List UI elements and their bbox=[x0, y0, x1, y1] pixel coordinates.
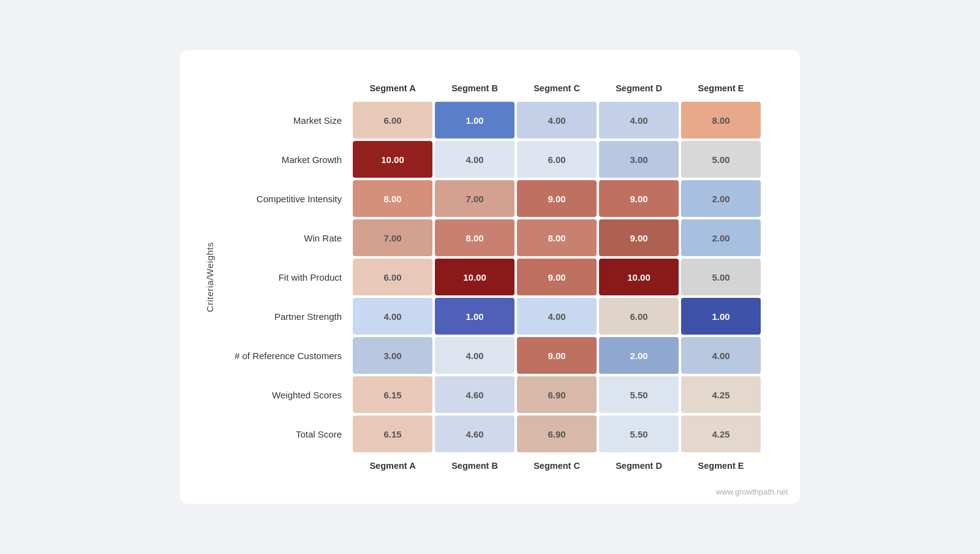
cell-2-1: 7.00 bbox=[435, 180, 514, 217]
row-label-1: Market Growth bbox=[228, 141, 350, 178]
cell-1-1: 4.00 bbox=[435, 141, 514, 178]
cell-8-2: 6.90 bbox=[517, 416, 597, 452]
row-label-4: Fit with Product bbox=[228, 259, 350, 295]
cell-5-1: 1.00 bbox=[435, 298, 514, 335]
cell-6-0: 3.00 bbox=[353, 337, 432, 374]
header-segment-a: Segment A bbox=[353, 77, 432, 99]
chart-container: Criteria/Weights Segment ASegment BSegme… bbox=[180, 50, 800, 504]
header-segment-b: Segment B bbox=[435, 77, 514, 99]
heatmap-table: Segment ASegment BSegment CSegment DSegm… bbox=[226, 75, 763, 479]
row-label-6: # of Reference Customers bbox=[228, 337, 350, 374]
row-label-7: Weighted Scores bbox=[228, 376, 350, 413]
cell-2-2: 9.00 bbox=[517, 180, 597, 217]
cell-3-2: 8.00 bbox=[517, 219, 597, 256]
cell-0-2: 4.00 bbox=[517, 102, 597, 138]
cell-1-0: 10.00 bbox=[353, 141, 432, 178]
header-row: Segment ASegment BSegment CSegment DSegm… bbox=[228, 77, 761, 99]
cell-4-1: 10.00 bbox=[435, 259, 514, 295]
cell-3-0: 7.00 bbox=[353, 219, 432, 256]
footer-empty bbox=[228, 455, 350, 477]
cell-3-4: 2.00 bbox=[681, 219, 761, 256]
cell-4-4: 5.00 bbox=[681, 259, 761, 295]
cell-8-4: 4.25 bbox=[681, 416, 761, 452]
cell-7-3: 5.50 bbox=[599, 376, 679, 413]
cell-5-0: 4.00 bbox=[353, 298, 432, 335]
cell-5-4: 1.00 bbox=[681, 298, 761, 335]
cell-4-3: 10.00 bbox=[599, 259, 679, 295]
header-segment-d: Segment D bbox=[599, 77, 679, 99]
watermark: www.growthpath.net bbox=[716, 487, 788, 496]
row-label-2: Competitive Intensity bbox=[228, 180, 350, 217]
table-row: Partner Strength4.001.004.006.001.00 bbox=[228, 298, 761, 335]
table-row: Win Rate7.008.008.009.002.00 bbox=[228, 219, 761, 256]
table-row: Fit with Product6.0010.009.0010.005.00 bbox=[228, 259, 761, 295]
cell-7-4: 4.25 bbox=[681, 376, 761, 413]
cell-5-3: 6.00 bbox=[599, 298, 679, 335]
table-row: Market Size6.001.004.004.008.00 bbox=[228, 102, 761, 138]
footer-row: Segment ASegment BSegment CSegment DSegm… bbox=[228, 455, 761, 477]
cell-7-0: 6.15 bbox=[353, 376, 432, 413]
header-segment-c: Segment C bbox=[517, 77, 597, 99]
cell-8-1: 4.60 bbox=[435, 416, 514, 452]
table-row: # of Reference Customers3.004.009.002.00… bbox=[228, 337, 761, 374]
row-label-5: Partner Strength bbox=[228, 298, 350, 335]
header-segment-e: Segment E bbox=[681, 77, 761, 99]
table-row: Total Score6.154.606.905.504.25 bbox=[228, 416, 761, 452]
cell-0-0: 6.00 bbox=[353, 102, 432, 138]
table-row: Market Growth10.004.006.003.005.00 bbox=[228, 141, 761, 178]
cell-4-2: 9.00 bbox=[517, 259, 597, 295]
footer-segment-b: Segment B bbox=[435, 455, 514, 477]
footer-segment-c: Segment C bbox=[517, 455, 597, 477]
cell-8-3: 5.50 bbox=[599, 416, 679, 452]
cell-3-1: 8.00 bbox=[435, 219, 514, 256]
footer-segment-e: Segment E bbox=[681, 455, 761, 477]
row-label-8: Total Score bbox=[228, 416, 350, 452]
header-empty bbox=[228, 77, 350, 99]
footer-segment-a: Segment A bbox=[353, 455, 432, 477]
cell-1-2: 6.00 bbox=[517, 141, 597, 178]
cell-1-4: 5.00 bbox=[681, 141, 761, 178]
row-label-0: Market Size bbox=[228, 102, 350, 138]
cell-6-2: 9.00 bbox=[517, 337, 597, 374]
cell-2-4: 2.00 bbox=[681, 180, 761, 217]
cell-7-1: 4.60 bbox=[435, 376, 514, 413]
cell-2-3: 9.00 bbox=[599, 180, 679, 217]
cell-7-2: 6.90 bbox=[517, 376, 597, 413]
cell-3-3: 9.00 bbox=[599, 219, 679, 256]
cell-8-0: 6.15 bbox=[353, 416, 432, 452]
cell-0-3: 4.00 bbox=[599, 102, 679, 138]
cell-0-4: 8.00 bbox=[681, 102, 761, 138]
table-row: Weighted Scores6.154.606.905.504.25 bbox=[228, 376, 761, 413]
cell-0-1: 1.00 bbox=[435, 102, 514, 138]
cell-6-4: 4.00 bbox=[681, 337, 761, 374]
footer-segment-d: Segment D bbox=[599, 455, 679, 477]
table-row: Competitive Intensity8.007.009.009.002.0… bbox=[228, 180, 761, 217]
y-axis-label: Criteria/Weights bbox=[205, 242, 215, 312]
cell-2-0: 8.00 bbox=[353, 180, 432, 217]
cell-6-3: 2.00 bbox=[599, 337, 679, 374]
row-label-3: Win Rate bbox=[228, 219, 350, 256]
table-wrapper: Segment ASegment BSegment CSegment DSegm… bbox=[226, 75, 763, 479]
cell-4-0: 6.00 bbox=[353, 259, 432, 295]
cell-5-2: 4.00 bbox=[517, 298, 597, 335]
cell-1-3: 3.00 bbox=[599, 141, 679, 178]
cell-6-1: 4.00 bbox=[435, 337, 514, 374]
